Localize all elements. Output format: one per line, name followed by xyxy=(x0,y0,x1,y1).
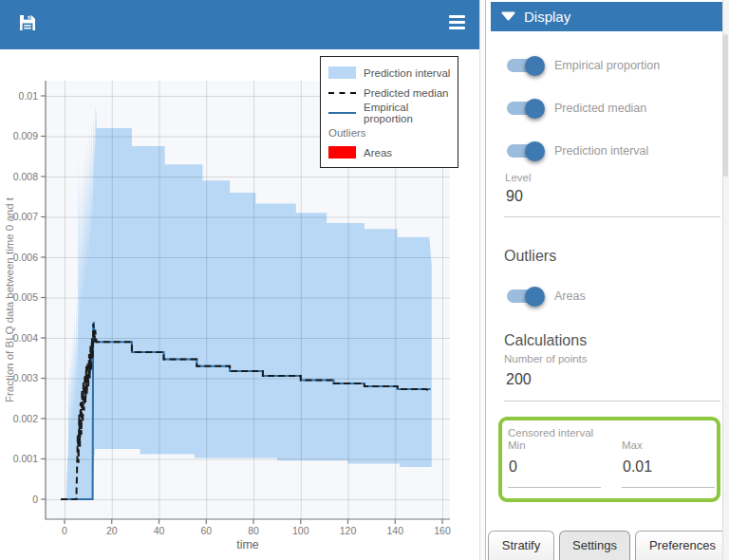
toggle-knob xyxy=(525,99,545,119)
predicted-median-toggle[interactable] xyxy=(507,102,542,115)
toggle-row-prediction-interval: Prediction interval xyxy=(507,144,648,158)
svg-text:0.002: 0.002 xyxy=(13,413,38,424)
svg-text:0.009: 0.009 xyxy=(13,130,38,141)
tab-stratify[interactable]: Stratify xyxy=(488,531,554,560)
svg-text:0.006: 0.006 xyxy=(13,252,38,263)
svg-text:120: 120 xyxy=(340,525,357,536)
panel-tabbar: Stratify Settings Preferences xyxy=(488,531,729,560)
chart-legend: Prediction intervalPredicted medianEmpir… xyxy=(320,56,458,168)
legend-item-areas: Areas xyxy=(328,142,452,162)
panel-scrollbar[interactable] xyxy=(722,0,729,560)
svg-text:0.004: 0.004 xyxy=(13,332,38,344)
legend-item-predicted-median: Predicted median xyxy=(328,83,452,103)
svg-text:0.005: 0.005 xyxy=(13,291,38,303)
legend-area-swatch xyxy=(328,66,356,79)
censored-max-label: Max xyxy=(622,439,643,451)
panel-scrollbar-thumb[interactable] xyxy=(723,34,728,177)
tab-preferences[interactable]: Preferences xyxy=(635,531,729,560)
x-axis-label: time xyxy=(236,538,259,551)
empirical-proportion-label: Empirical proportion xyxy=(554,59,660,72)
legend-item-label: Predicted median xyxy=(364,87,449,99)
svg-text:160: 160 xyxy=(434,525,451,536)
legend-item-label: Areas xyxy=(364,147,392,159)
legend-item-label: Prediction interval xyxy=(364,67,450,79)
svg-text:0: 0 xyxy=(62,525,67,536)
display-section-title: Display xyxy=(524,9,570,25)
svg-text:100: 100 xyxy=(292,525,309,536)
toggle-row-predicted-median: Predicted median xyxy=(507,102,646,115)
toggle-knob xyxy=(525,56,545,76)
censored-interval-label: Censored interval xyxy=(508,427,593,439)
number-of-points-label: Number of points xyxy=(504,353,588,364)
censored-min-underline xyxy=(508,487,601,488)
legend-item-empirical-proportion: Empirical proportion xyxy=(328,103,452,122)
empirical-proportion-toggle[interactable] xyxy=(507,59,542,72)
svg-text:40: 40 xyxy=(154,525,165,536)
censored-min-label: Min xyxy=(508,439,526,451)
censored-max-input[interactable]: 0.01 xyxy=(623,458,652,476)
legend-dashed-line-swatch xyxy=(328,92,356,94)
svg-text:0.01: 0.01 xyxy=(19,90,39,102)
svg-text:0.007: 0.007 xyxy=(13,211,38,222)
svg-text:20: 20 xyxy=(106,525,118,536)
plot-pane: 02040608010012014016000.0010.0020.0030.0… xyxy=(0,0,483,560)
svg-text:0.008: 0.008 xyxy=(13,171,38,182)
censored-max-underline xyxy=(622,487,715,488)
legend-item-label: Outliers xyxy=(328,127,366,139)
areas-toggle[interactable] xyxy=(507,289,542,303)
outliers-heading: Outliers xyxy=(504,248,556,265)
svg-text:60: 60 xyxy=(200,525,212,536)
areas-label: Areas xyxy=(554,289,586,303)
toggle-knob xyxy=(525,141,545,161)
svg-text:140: 140 xyxy=(386,525,403,536)
legend-area-swatch xyxy=(328,146,356,159)
settings-panel: Display Empirical proportion Predicted m… xyxy=(485,0,729,560)
legend-item-label: Empirical proportion xyxy=(364,102,452,124)
tab-settings[interactable]: Settings xyxy=(559,531,630,560)
y-axis-label: Fraction of BLQ data between time 0 and … xyxy=(4,196,15,402)
censored-min-input[interactable]: 0 xyxy=(509,458,517,476)
toggle-row-areas: Areas xyxy=(507,289,586,303)
legend-item-prediction-interval: Prediction interval xyxy=(328,63,452,83)
legend-line-swatch xyxy=(328,112,356,114)
level-input[interactable]: 90 xyxy=(506,188,523,205)
prediction-interval-toggle[interactable] xyxy=(507,144,542,158)
svg-text:80: 80 xyxy=(248,525,259,536)
toggle-row-empirical-proportion: Empirical proportion xyxy=(507,59,660,72)
svg-text:0.001: 0.001 xyxy=(13,453,38,464)
legend-item-outliers: Outliers xyxy=(328,122,452,142)
level-input-underline xyxy=(504,216,720,217)
points-input-underline xyxy=(504,401,720,401)
svg-text:0: 0 xyxy=(32,494,38,505)
prediction-interval-label: Prediction interval xyxy=(554,144,648,158)
level-label: Level xyxy=(505,172,532,183)
chevron-down-icon xyxy=(501,11,515,22)
predicted-median-label: Predicted median xyxy=(554,102,646,115)
toggle-knob xyxy=(525,287,545,307)
calculations-heading: Calculations xyxy=(504,332,587,349)
svg-text:0.003: 0.003 xyxy=(13,372,38,383)
display-section-header[interactable]: Display xyxy=(491,2,723,31)
number-of-points-input[interactable]: 200 xyxy=(506,371,532,388)
